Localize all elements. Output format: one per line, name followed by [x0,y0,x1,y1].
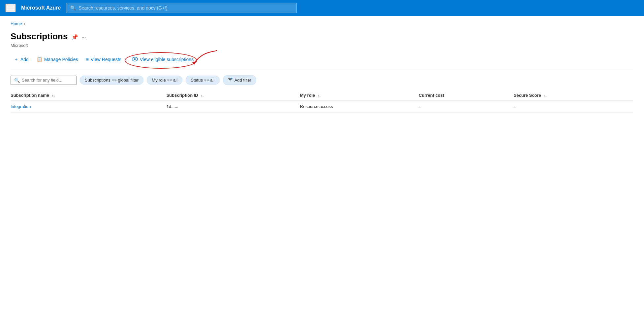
topbar: Microsoft Azure 🔍 [0,0,644,16]
breadcrumb-separator: › [24,21,25,26]
svg-point-2 [135,59,135,59]
view-eligible-button[interactable]: View eligible subscriptions [129,55,197,64]
page-subtitle: Microsoft [11,43,633,48]
filter-my-role[interactable]: My role == all [147,76,182,85]
page-header: Subscriptions 📌 ··· [11,31,633,42]
global-search-input[interactable] [78,5,292,11]
cell-subscription-name: Integration [11,101,167,113]
col-header-current-cost: Current cost [419,90,514,101]
app-title: Microsoft Azure [21,5,61,11]
subscriptions-table: Subscription name ↑↓ Subscription ID ↑↓ … [11,90,633,113]
view-eligible-label: View eligible subscriptions [140,57,194,62]
filter-bar: 🔍 Subscriptions == global filter My role… [11,75,633,85]
add-icon: ＋ [14,56,18,62]
table-body: Integration 1d...... Resource access - - [11,101,633,113]
view-eligible-wrapper: View eligible subscriptions [129,55,197,64]
field-search-box[interactable]: 🔍 [11,76,77,85]
cell-subscription-id: 1d...... [167,101,300,113]
global-search-box[interactable]: 🔍 [66,3,297,13]
add-button[interactable]: ＋ Add [11,54,32,64]
cell-secure-score: - [514,101,633,113]
sort-icon-score: ↑↓ [543,94,547,97]
sort-icon-role: ↑↓ [318,94,321,97]
sort-icon-id: ↑↓ [200,94,204,97]
filter-status[interactable]: Status == all [186,76,219,85]
view-requests-label: View Requests [91,57,121,62]
col-header-my-role[interactable]: My role ↑↓ [300,90,419,101]
view-requests-icon: ≡ [86,57,89,62]
table-row: Integration 1d...... Resource access - - [11,101,633,113]
breadcrumb-home[interactable]: Home [11,21,22,26]
eye-icon [132,57,138,62]
cell-current-cost: - [419,101,514,113]
hamburger-menu[interactable] [5,4,16,12]
manage-policies-label: Manage Policies [44,57,78,62]
sort-icon-name: ↑↓ [52,94,55,97]
add-filter-icon [228,77,232,83]
add-label: Add [20,57,29,62]
col-header-subscription-id[interactable]: Subscription ID ↑↓ [167,90,300,101]
main-content: Home › Subscriptions 📌 ··· Microsoft ＋ A… [0,16,644,118]
manage-policies-icon: 📋 [37,57,42,62]
search-field-icon: 🔍 [14,78,20,83]
page-title: Subscriptions [11,31,68,42]
search-icon: 🔍 [70,5,76,11]
manage-policies-button[interactable]: 📋 Manage Policies [33,55,81,64]
table-header: Subscription name ↑↓ Subscription ID ↑↓ … [11,90,633,101]
filter-subscriptions[interactable]: Subscriptions == global filter [80,76,143,85]
pin-icon[interactable]: 📌 [72,34,78,40]
col-header-secure-score[interactable]: Secure Score ↑↓ [514,90,633,101]
more-options-icon[interactable]: ··· [81,34,86,40]
col-header-subscription-name[interactable]: Subscription name ↑↓ [11,90,167,101]
add-filter-label: Add filter [234,78,251,83]
toolbar: ＋ Add 📋 Manage Policies ≡ View Requests [11,54,633,70]
breadcrumb: Home › [11,21,633,26]
view-requests-button[interactable]: ≡ View Requests [83,55,125,64]
field-search-input[interactable] [22,78,73,83]
subscription-name-link[interactable]: Integration [11,104,31,109]
page-header-icons: 📌 ··· [72,34,86,40]
cell-my-role: Resource access [300,101,419,113]
add-filter-button[interactable]: Add filter [223,75,256,85]
